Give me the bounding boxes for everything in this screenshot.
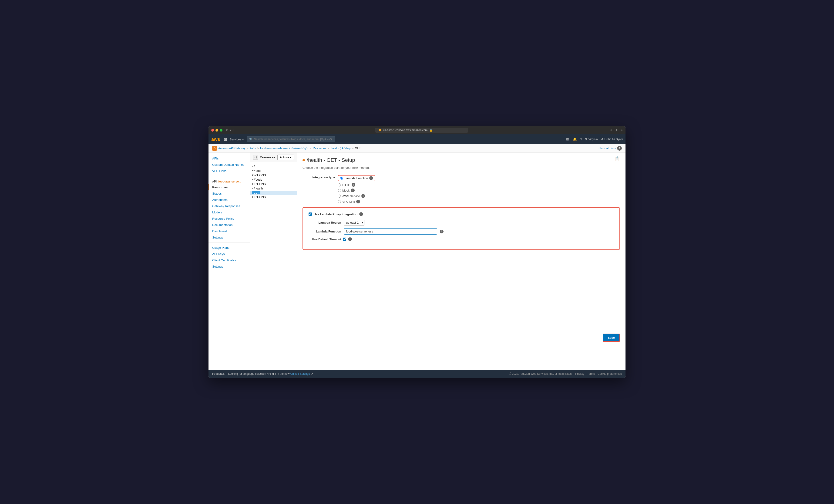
footer: Feedback Looking for language selection?… xyxy=(208,370,626,378)
lambda-proxy-info-icon[interactable]: i xyxy=(359,212,363,216)
sidebar-item-vpc-links[interactable]: VPC Links xyxy=(208,168,250,174)
aws-logo: aws xyxy=(211,137,220,142)
tree-item-root[interactable]: ▾ / xyxy=(250,164,297,168)
sidebar-item-settings-global[interactable]: Settings xyxy=(208,264,250,270)
vpc-link-info-icon[interactable]: i xyxy=(356,200,360,203)
breadcrumb-resources[interactable]: Resources xyxy=(313,147,326,150)
sidebar-toggle-icon[interactable]: ⊡ xyxy=(226,129,228,132)
lambda-function-input[interactable] xyxy=(344,228,437,234)
tree-item-foods-options[interactable]: OPTIONS xyxy=(250,182,297,186)
user-menu[interactable]: M. Luthfi As Syafii xyxy=(600,138,623,141)
aws-service-radio[interactable] xyxy=(338,194,341,198)
vpc-link-radio[interactable] xyxy=(338,200,341,203)
vpc-link-option[interactable]: VPC Link i xyxy=(338,200,375,203)
breadcrumb-path[interactable]: /health (ck0dxq) xyxy=(331,147,350,150)
mock-label: Mock xyxy=(342,189,350,192)
tree-options-food: OPTIONS xyxy=(252,174,266,177)
http-radio[interactable] xyxy=(338,183,341,186)
tree-arrow-health: ▾ xyxy=(252,187,254,190)
sidebar-item-settings-api[interactable]: Settings xyxy=(208,234,250,240)
mock-radio[interactable] xyxy=(338,189,341,192)
resources-tab-label: Resources xyxy=(260,156,275,159)
aws-search-bar[interactable]: 🔍 [Option+S] xyxy=(247,136,335,142)
tree-link-health[interactable]: /health xyxy=(254,187,263,190)
sidebar-item-documentation[interactable]: Documentation xyxy=(208,222,250,228)
breadcrumb-api-name[interactable]: food-aws-serverless-api (6o7nxmk3g5) xyxy=(260,147,308,150)
maximize-button[interactable] xyxy=(220,129,222,132)
unified-settings-link[interactable]: Unified Settings xyxy=(290,372,310,375)
share-icon[interactable]: ⬆ xyxy=(615,128,618,132)
services-button[interactable]: Services ▾ xyxy=(230,138,244,141)
sidebar-item-apis[interactable]: APIs xyxy=(208,155,250,162)
sidebar-item-gateway-responses[interactable]: Gateway Responses xyxy=(208,203,250,209)
lambda-radio[interactable] xyxy=(340,177,343,180)
lambda-function-info-icon[interactable]: i xyxy=(440,230,443,233)
url-bar[interactable]: us-east-1.console.aws.amazon.com 🔒 xyxy=(375,128,468,133)
http-info-icon[interactable]: i xyxy=(352,183,355,187)
mock-option[interactable]: Mock i xyxy=(338,188,375,192)
lambda-proxy-label: Use Lambda Proxy integration xyxy=(314,212,357,216)
sidebar-item-resource-policy[interactable]: Resource Policy xyxy=(208,215,250,222)
terminal-icon[interactable]: ⊡ xyxy=(566,137,569,141)
breadcrumb-service[interactable]: Amazon API Gateway xyxy=(218,147,245,150)
region-selector[interactable]: N. Virginia xyxy=(585,138,598,141)
help-circle-icon[interactable]: ? xyxy=(617,146,622,151)
breadcrumb-apis[interactable]: APIs xyxy=(250,147,256,150)
tree-link-foods[interactable]: /foods xyxy=(254,178,262,181)
tree-item-health-options[interactable]: OPTIONS xyxy=(250,195,297,199)
sidebar-item-api-keys[interactable]: API Keys xyxy=(208,251,250,257)
tree-item-food[interactable]: ▾ /food xyxy=(250,168,297,173)
sidebar-item-authorizers[interactable]: Authorizers xyxy=(208,197,250,203)
tree-item-foods[interactable]: ▾ /foods xyxy=(250,177,297,182)
sidebar-item-dashboard[interactable]: Dashboard xyxy=(208,228,250,234)
sidebar-item-client-certs[interactable]: Client Certificates xyxy=(208,257,250,264)
lambda-proxy-checkbox[interactable] xyxy=(309,212,312,216)
new-tab-icon[interactable]: + xyxy=(621,128,623,132)
sidebar-item-resources[interactable]: Resources xyxy=(208,184,250,190)
download-icon[interactable]: ⬇ xyxy=(610,128,613,132)
show-hints-button[interactable]: Show all hints xyxy=(598,147,616,150)
lambda-region-wrapper: us-east-1 us-east-2 us-west-1 us-west-2 … xyxy=(344,220,365,226)
search-input[interactable] xyxy=(254,138,319,141)
tree-link-food[interactable]: /food xyxy=(254,169,261,173)
tree-item-get[interactable]: GET xyxy=(250,191,297,195)
notebook-icon[interactable]: 📋 xyxy=(615,156,620,161)
collapse-panel-button[interactable]: ◁ xyxy=(253,155,258,160)
close-button[interactable] xyxy=(211,129,214,132)
lambda-info-icon[interactable]: i xyxy=(369,176,373,180)
feedback-link[interactable]: Feedback xyxy=(212,372,224,375)
lambda-function-option[interactable]: Lambda Function i xyxy=(338,175,375,181)
default-timeout-info-icon[interactable]: i xyxy=(348,237,352,241)
http-option[interactable]: HTTP i xyxy=(338,183,375,187)
minimize-button[interactable] xyxy=(216,129,218,132)
tree-link-root[interactable]: / xyxy=(254,165,255,168)
privacy-link[interactable]: Privacy xyxy=(575,372,584,375)
tree-item-health[interactable]: ▾ /health xyxy=(250,186,297,191)
cookie-preferences-link[interactable]: Cookie preferences xyxy=(598,372,622,375)
bell-icon[interactable]: 🔔 xyxy=(573,137,577,141)
default-timeout-checkbox[interactable] xyxy=(343,237,346,241)
sidebar-item-custom-domain[interactable]: Custom Domain Names xyxy=(208,162,250,168)
default-timeout-label: Use Default Timeout xyxy=(309,237,341,241)
help-icon[interactable]: ? xyxy=(580,137,582,141)
tree-item-food-options[interactable]: OPTIONS xyxy=(250,173,297,177)
aws-service-info-icon[interactable]: i xyxy=(361,194,365,198)
sidebar-item-stages[interactable]: Stages xyxy=(208,190,250,197)
terms-link[interactable]: Terms xyxy=(587,372,595,375)
sidebar: APIs Custom Domain Names VPC Links API: … xyxy=(208,153,250,370)
breadcrumb-sep3: > xyxy=(310,147,312,150)
chevron-down-icon[interactable]: ▾ xyxy=(230,129,231,132)
actions-label: Actions xyxy=(280,156,289,159)
aws-service-option[interactable]: AWS Service i xyxy=(338,194,375,198)
apps-icon[interactable]: ⊞ xyxy=(224,137,227,142)
save-button[interactable]: Save xyxy=(603,334,620,342)
sidebar-item-models[interactable]: Models xyxy=(208,209,250,215)
breadcrumb-bar: ⬡ Amazon API Gateway > APIs > food-aws-s… xyxy=(208,144,626,153)
lambda-function-label: Lambda Function xyxy=(309,230,341,233)
services-label: Services xyxy=(230,138,241,141)
lambda-region-select[interactable]: us-east-1 us-east-2 us-west-1 us-west-2 … xyxy=(344,220,365,226)
actions-button[interactable]: Actions ▾ xyxy=(278,155,294,160)
back-icon[interactable]: ‹ xyxy=(233,129,234,132)
sidebar-item-usage-plans[interactable]: Usage Plans xyxy=(208,245,250,251)
mock-info-icon[interactable]: i xyxy=(351,188,355,192)
